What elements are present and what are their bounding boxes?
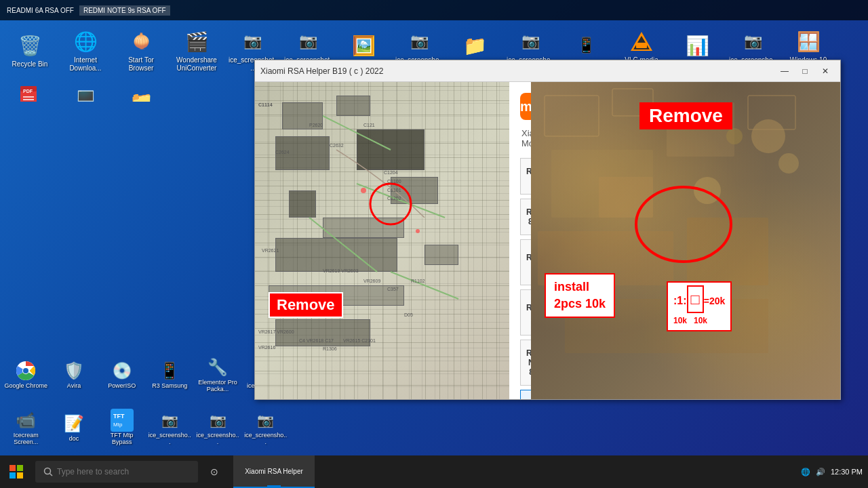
top-taskbar: READMI 6A RSA OFF REDMI NOTE 9s RSA OFF [0,0,868,20]
window-body: Remove C1114 P2620 C2624 C2632 C121 C120… [255,82,840,399]
desktop-icon-r3samsung[interactable]: 📱 R3 Samsung [146,348,193,400]
avira-icon: 🛡️ [62,359,86,383]
pcb-left-panel: Remove C1114 P2620 C2624 C2632 C121 C120… [255,82,509,399]
pcb-traces-svg [255,82,509,399]
search-icon [43,467,53,476]
svg-rect-2 [636,43,647,48]
desktop-icon-doc[interactable]: 📝 doc [51,401,98,453]
top-taskbar-item-2[interactable]: REDMI NOTE 9s RSA OFF [79,5,170,16]
model-btn-redmi-10[interactable]: REDMI 10 [520,289,531,336]
desktop-icon-icecream[interactable]: 📹 Icecream Screen... [3,401,50,453]
model-btn-redmi-note-9s[interactable]: REDMI NOTE 9S [520,390,531,399]
svg-text:TFT: TFT [113,413,125,420]
doc-label: doc [69,436,79,443]
svg-point-36 [45,468,51,474]
desktop-icon-mct-setup[interactable]: PDF MCT SETUP GUIDE.pdf [3,79,57,102]
desktop-icon-recycle-bin[interactable]: 🗑️ Recycle Bin [3,23,57,77]
remove-label-left: Remove [269,292,343,318]
taskbar-system-tray: 🌐 🔊 12:30 PM [801,468,868,476]
desktop-icon-label: Internet Downloa... [61,56,110,73]
ice-b3-label: ice_screensho... [243,432,288,446]
window-titlebar: Xiaomi RSA Helper B19 ( c ) 2022 — □ ✕ [255,60,840,82]
rank-math-icon: 📊 [684,32,711,59]
desktop: READMI 6A RSA OFF REDMI NOTE 9s RSA OFF … [0,0,868,488]
internet-download-icon: 🌐 [72,28,99,55]
doc-icon: 📝 [62,411,86,436]
top-taskbar-item-1[interactable]: READMI 6A RSA OFF [3,5,78,16]
chrome-icon [14,359,38,383]
desktop-icon-ice-b3[interactable]: 📷 ice_screensho... [242,401,289,453]
elementor-label: Elementor Pro Packa... [196,380,240,393]
model-btn-redmi-9t[interactable]: REDMI 9T [520,239,531,285]
svg-point-14 [416,229,420,233]
model-btn-redmi-6a[interactable]: REDMI 6A [520,158,531,195]
svg-line-37 [50,474,53,476]
close-button[interactable]: ✕ [816,64,835,79]
windows10-icon: 🪟 [795,28,822,55]
r3samsung-icon: 📱 [157,359,182,383]
svg-point-21 [751,119,785,153]
svg-line-11 [309,218,377,272]
desktop-icon-this-pc[interactable]: 💻 This PC - Shortcut [58,79,113,102]
window-title: Xiaomi RSA Helper B19 ( c ) 2022 [260,66,383,76]
search-input[interactable] [57,467,165,476]
desktop-icon-ice-b2[interactable]: 📷 ice_screensho... [195,401,241,453]
resistor-spec-label: :1:□=20k 10k 10k [667,281,732,331]
desktop-icon-wondershare[interactable]: 🎬 Wondershare UniConverter [170,23,224,77]
windows-logo [9,465,23,479]
desktop-icon-internet-download[interactable]: 🌐 Internet Downloa... [58,23,113,77]
poweriso-label: PowerISO [108,383,136,390]
remove-label-right: Remove [639,102,732,129]
elementor-icon: 🔧 [205,355,230,380]
adani-icon: 📁 [461,32,488,59]
mi-logo: mi [520,93,531,120]
vlc-icon [628,28,655,55]
wondershare-icon: 🎬 [183,28,210,55]
svg-rect-16 [545,96,599,136]
window-controls: — □ ✕ [775,64,835,79]
desktop-icon-poweriso[interactable]: 💿 PowerISO [98,348,145,400]
ice-icon: 📷 [517,28,544,55]
ice-icon: 📷 [294,28,321,55]
desktop-icon-tor[interactable]: 🧅 Start Tor Browser [114,23,168,77]
xiaomi-rsa-window: Xiaomi RSA Helper B19 ( c ) 2022 — □ ✕ [254,60,841,400]
appcomme-icon: 📱 [572,32,599,59]
svg-point-13 [361,188,366,193]
imh-icon: 📁 [127,87,155,102]
desktop-icon-ice-b1[interactable]: 📷 ice_screensho... [146,401,193,453]
red-circle-mark [633,184,734,265]
tft-label: TFT Mtp Bypass [100,432,144,446]
desktop-icon-imh[interactable]: 📁 imH [114,79,168,102]
svg-point-29 [636,187,731,262]
ice-b3-icon: 📷 [254,408,278,432]
taskbar: ⊙ Xiaomi RSA Helper 🌐 🔊 12:30 PM [0,455,868,488]
desktop-icon-chrome[interactable]: Google Chrome [3,348,50,400]
desktop-icon-avira[interactable]: 🛡️ Avira [51,348,98,400]
model-btn-redmi-8-8a[interactable]: REDMI 8 / 8A [520,199,531,235]
desktop-icon-label: Recycle Bin [12,60,48,68]
desktop-icon-elementor[interactable]: 🔧 Elementor Pro Packa... [195,348,241,400]
screenshots-icon: 🖼️ [350,32,377,59]
chrome-label: Google Chrome [5,383,48,390]
maximize-button[interactable]: □ [795,64,814,79]
xiaomi-models-label: Xiaomi Models [520,128,521,148]
recycle-bin-icon: 🗑️ [16,32,43,59]
clock: 12:30 PM [831,468,863,476]
cortana-button[interactable]: ⊙ [203,461,225,483]
taskbar-search-bar[interactable] [35,461,198,483]
desktop-icon-label: Start Tor Browser [117,56,165,73]
tor-icon: 🧅 [127,28,155,55]
model-btn-redmi-note-8-pro[interactable]: REDMI NOTE 8 Pro [520,340,531,386]
r3samsung-label: R3 Samsung [152,383,187,390]
ice-icon: 📷 [406,28,433,55]
desktop-icon-tft[interactable]: TFT Mtp TFT Mtp Bypass [98,401,145,453]
start-button[interactable] [0,455,33,488]
minimize-button[interactable]: — [775,64,794,79]
pcb-right-panel: Remove install2pcs 10k :1:□=20k 10k 10k [531,82,840,399]
svg-point-32 [23,368,28,373]
bottom-icon-row-1: Google Chrome 🛡️ Avira 💿 PowerISO 📱 R3 S… [3,348,289,400]
mct-setup-icon: PDF [16,83,43,102]
taskbar-app-xiaomi-helper[interactable]: Xiaomi RSA Helper [233,455,315,488]
bottom-icon-row-2: 📹 Icecream Screen... 📝 doc TFT Mtp TFT M… [3,401,289,453]
icecream-icon: 📹 [14,408,38,432]
